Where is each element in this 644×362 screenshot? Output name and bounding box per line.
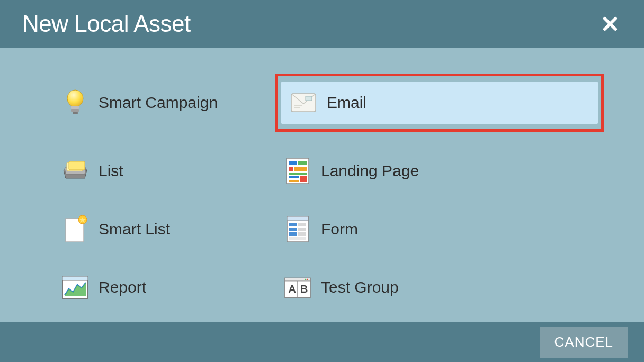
svg-rect-17 [300, 176, 307, 182]
layout-page-icon [284, 157, 311, 185]
new-local-asset-dialog: New Local Asset [0, 0, 644, 362]
svg-rect-1 [71, 106, 79, 109]
svg-rect-25 [289, 228, 297, 231]
svg-rect-33 [285, 278, 310, 281]
close-icon [603, 16, 618, 31]
svg-point-0 [67, 90, 83, 107]
dialog-body: Smart Campaign Email [0, 48, 644, 322]
asset-option-email-highlight: Email [275, 74, 604, 132]
asset-option-email[interactable]: Email [281, 82, 598, 124]
asset-option-test-group[interactable]: A B Test Group [275, 268, 604, 306]
svg-point-35 [305, 279, 306, 280]
asset-option-smart-campaign[interactable]: Smart Campaign [53, 74, 265, 132]
svg-rect-24 [298, 223, 306, 226]
asset-grid: Smart Campaign Email [53, 74, 602, 306]
asset-label: Email [327, 94, 366, 112]
dialog-footer: CANCEL [0, 322, 644, 362]
new-page-icon [61, 215, 89, 243]
svg-rect-29 [289, 237, 306, 240]
svg-rect-12 [298, 161, 307, 165]
card-tray-icon [61, 157, 89, 185]
svg-rect-22 [287, 216, 308, 221]
svg-rect-14 [294, 167, 307, 171]
asset-label: Report [99, 278, 146, 296]
ab-test-icon: A B [284, 274, 311, 301]
form-icon [284, 215, 311, 243]
dialog-header: New Local Asset [0, 0, 644, 48]
asset-label: Form [321, 220, 358, 238]
svg-rect-5 [306, 96, 312, 101]
asset-option-smart-list[interactable]: Smart List [53, 210, 265, 248]
svg-rect-9 [69, 161, 85, 170]
svg-rect-13 [289, 167, 293, 171]
svg-rect-16 [289, 176, 299, 178]
chart-report-icon [61, 274, 89, 301]
svg-rect-28 [298, 232, 306, 236]
asset-option-landing-page[interactable]: Landing Page [275, 152, 604, 190]
envelope-icon [290, 89, 317, 116]
asset-label: Smart Campaign [99, 94, 218, 112]
svg-rect-2 [71, 109, 79, 112]
asset-label: Landing Page [321, 162, 419, 180]
svg-rect-11 [289, 161, 297, 165]
svg-rect-27 [289, 232, 297, 236]
asset-label: List [99, 162, 123, 180]
close-button[interactable] [598, 12, 622, 35]
svg-text:B: B [300, 283, 308, 295]
asset-option-form[interactable]: Form [275, 210, 604, 248]
asset-label: Smart List [99, 220, 170, 238]
asset-option-list[interactable]: List [53, 152, 265, 190]
asset-label: Test Group [321, 278, 399, 296]
svg-rect-3 [73, 112, 78, 114]
svg-rect-26 [298, 228, 306, 231]
dialog-title: New Local Asset [22, 11, 191, 37]
svg-point-34 [307, 279, 308, 280]
svg-rect-18 [289, 180, 299, 182]
asset-option-report[interactable]: Report [53, 268, 265, 306]
svg-rect-31 [62, 276, 88, 280]
lightbulb-icon [61, 89, 89, 116]
cancel-button[interactable]: CANCEL [540, 327, 628, 358]
svg-text:A: A [288, 283, 296, 295]
svg-rect-15 [289, 173, 307, 175]
svg-rect-23 [289, 223, 297, 226]
